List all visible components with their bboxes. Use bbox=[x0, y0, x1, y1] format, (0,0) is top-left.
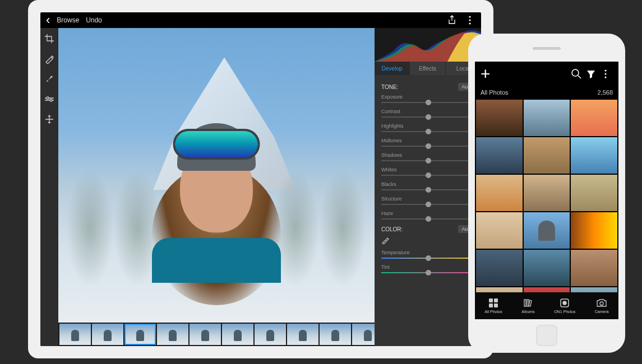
canvas-area bbox=[58, 28, 375, 346]
tool-rail bbox=[40, 28, 58, 346]
share-icon[interactable] bbox=[446, 15, 458, 25]
filter-icon[interactable] bbox=[584, 69, 598, 79]
highlights-label: Highlights bbox=[381, 123, 475, 129]
svg-point-17 bbox=[600, 302, 603, 305]
svg-point-4 bbox=[50, 99, 52, 101]
structure-slider[interactable] bbox=[381, 204, 475, 205]
svg-rect-12 bbox=[494, 304, 498, 307]
grid-photo[interactable] bbox=[476, 175, 523, 211]
haze-label: Haze bbox=[381, 211, 475, 216]
phone-device: + All Photos 2,568 bbox=[468, 34, 625, 353]
svg-rect-10 bbox=[494, 298, 498, 302]
svg-point-7 bbox=[604, 73, 606, 74]
grid-photo[interactable] bbox=[524, 212, 570, 249]
tab-albums[interactable]: Albums bbox=[521, 298, 534, 314]
contrast-slider[interactable] bbox=[381, 116, 475, 118]
grid-photo[interactable] bbox=[571, 175, 617, 211]
color-section-header: COLOR: Auto bbox=[381, 225, 475, 233]
grid-photo[interactable] bbox=[571, 212, 617, 249]
filmstrip-thumb[interactable] bbox=[124, 324, 156, 345]
grid-photo[interactable] bbox=[476, 137, 523, 174]
contrast-label: Contrast bbox=[381, 109, 475, 114]
move-icon[interactable] bbox=[43, 113, 56, 125]
search-icon[interactable] bbox=[569, 68, 584, 80]
grid-photo[interactable] bbox=[476, 250, 523, 286]
tone-title: TONE: bbox=[381, 84, 398, 90]
grid-photo[interactable] bbox=[476, 287, 523, 292]
tab-develop[interactable]: Develop bbox=[375, 62, 410, 75]
svg-point-6 bbox=[604, 69, 606, 71]
undo-link[interactable]: Undo bbox=[86, 16, 102, 24]
tablet-toolbar: ‹ Browse Undo bbox=[40, 12, 481, 28]
haze-slider[interactable] bbox=[381, 218, 475, 220]
svg-point-8 bbox=[604, 76, 606, 78]
tab-label: Camera bbox=[595, 310, 609, 314]
adjustments-panel: Develop Effects Local TONE: Auto Exposur… bbox=[375, 28, 481, 346]
highlights-slider[interactable] bbox=[381, 131, 475, 132]
grid-photo[interactable] bbox=[476, 100, 523, 136]
grid-photo[interactable] bbox=[571, 137, 617, 174]
svg-rect-9 bbox=[489, 298, 493, 302]
albums-icon bbox=[523, 298, 534, 308]
tab-effects[interactable]: Effects bbox=[410, 62, 445, 75]
grid-photo[interactable] bbox=[524, 250, 570, 286]
svg-point-1 bbox=[469, 19, 470, 21]
browse-link[interactable]: Browse bbox=[57, 16, 79, 24]
filmstrip-thumb[interactable] bbox=[287, 324, 318, 345]
grid-photo[interactable] bbox=[571, 250, 617, 286]
whites-label: Whites bbox=[381, 167, 475, 172]
filmstrip-thumb[interactable] bbox=[190, 324, 221, 345]
filmstrip-thumb[interactable] bbox=[320, 324, 351, 345]
grid-photo[interactable] bbox=[524, 175, 570, 211]
tab-all-photos[interactable]: All Photos bbox=[484, 298, 502, 314]
shadows-slider[interactable] bbox=[381, 160, 475, 161]
tint-slider[interactable] bbox=[381, 272, 475, 273]
grid-photo[interactable] bbox=[571, 287, 617, 292]
tab-label: All Photos bbox=[484, 310, 502, 314]
grid-photo[interactable] bbox=[524, 100, 570, 136]
midtones-label: Midtones bbox=[381, 138, 475, 143]
filmstrip-thumb[interactable] bbox=[352, 324, 375, 345]
brush-icon[interactable] bbox=[43, 73, 56, 85]
camera-icon bbox=[596, 298, 607, 308]
phone-speaker bbox=[533, 47, 561, 50]
svg-rect-13 bbox=[524, 300, 526, 306]
filmstrip-thumb[interactable] bbox=[59, 324, 91, 345]
midtones-slider[interactable] bbox=[381, 146, 475, 147]
filmstrip-thumb[interactable] bbox=[255, 324, 286, 345]
grid-photo[interactable] bbox=[524, 287, 570, 292]
shadows-label: Shadows bbox=[381, 152, 475, 158]
grid-photo[interactable] bbox=[476, 212, 523, 249]
filmstrip-thumb[interactable] bbox=[92, 324, 123, 345]
collection-title: All Photos bbox=[481, 89, 509, 96]
eyedropper-icon[interactable] bbox=[381, 236, 475, 245]
grid-icon bbox=[488, 298, 499, 308]
phone-home-button[interactable] bbox=[536, 325, 557, 346]
add-button[interactable]: + bbox=[481, 64, 491, 83]
panel-scroll[interactable]: TONE: Auto Exposure Contrast Highlights … bbox=[375, 75, 481, 346]
back-chevron-icon[interactable]: ‹ bbox=[46, 13, 50, 27]
tone-section-header: TONE: Auto bbox=[381, 83, 475, 91]
whites-slider[interactable] bbox=[381, 175, 475, 176]
grid-photo[interactable] bbox=[524, 137, 570, 174]
crop-icon[interactable] bbox=[43, 32, 56, 45]
color-title: COLOR: bbox=[381, 226, 403, 232]
tab-label: Albums bbox=[521, 310, 534, 314]
blacks-slider[interactable] bbox=[381, 189, 475, 190]
grid-photo[interactable] bbox=[571, 100, 617, 136]
exposure-label: Exposure bbox=[381, 94, 475, 100]
more-icon[interactable] bbox=[464, 16, 475, 25]
adjust-icon[interactable] bbox=[43, 93, 56, 105]
more-icon[interactable] bbox=[598, 69, 613, 78]
blacks-label: Blacks bbox=[381, 181, 475, 187]
filmstrip-thumb[interactable] bbox=[157, 324, 188, 345]
temperature-slider[interactable] bbox=[381, 258, 475, 259]
histogram[interactable] bbox=[375, 28, 481, 62]
filmstrip-thumb[interactable] bbox=[222, 324, 253, 345]
tab-camera[interactable]: Camera bbox=[595, 298, 609, 314]
exposure-slider[interactable] bbox=[381, 102, 475, 103]
svg-point-3 bbox=[47, 97, 49, 99]
main-photo-viewer[interactable] bbox=[58, 28, 375, 323]
heal-brush-icon[interactable] bbox=[43, 53, 56, 65]
tab-on1-photos[interactable]: ON1 Photos bbox=[554, 298, 575, 314]
